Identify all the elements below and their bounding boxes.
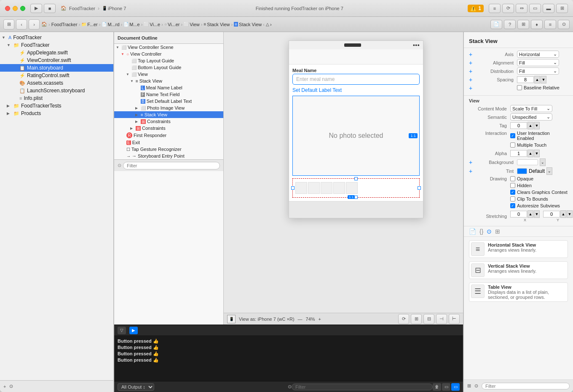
canvas-tool-5[interactable]: ⊢ bbox=[449, 314, 460, 324]
file-item-root[interactable]: ▼ A FoodTracker bbox=[0, 34, 113, 41]
tag-up[interactable]: ▲ bbox=[527, 122, 533, 129]
tint-select[interactable]: ⌄ bbox=[546, 167, 552, 175]
sy-up[interactable]: ▲ bbox=[560, 210, 566, 218]
view-btn-4[interactable]: ▭ bbox=[529, 4, 541, 13]
bc-nav-right[interactable]: › bbox=[270, 22, 272, 27]
view-btn-1[interactable]: ≡ bbox=[489, 4, 501, 13]
bc-view[interactable]: View bbox=[190, 22, 200, 27]
inspector-btn-6[interactable]: ⊙ bbox=[558, 20, 570, 29]
file-item-foodtrackertests[interactable]: ▶ 📁 FoodTrackerTests bbox=[0, 102, 113, 110]
spacing-down[interactable]: ▼ bbox=[541, 76, 546, 83]
outline-first-responder[interactable]: R First Responder bbox=[114, 132, 223, 139]
file-item-products[interactable]: ▶ 📁 Products bbox=[0, 110, 113, 117]
outline-top-layout[interactable]: ⬜ Top Layout Guide bbox=[114, 57, 223, 64]
forward-btn[interactable]: › bbox=[29, 19, 40, 30]
outline-meal-label[interactable]: L Meal Name Label bbox=[114, 84, 223, 91]
outline-view[interactable]: ▼ ⬜ View bbox=[114, 71, 223, 78]
alpha-up[interactable]: ▲ bbox=[527, 150, 533, 157]
axis-select[interactable]: Horizontal ⌄ bbox=[517, 51, 559, 58]
canvas-tool-1[interactable]: ⟳ bbox=[398, 314, 409, 324]
user-interaction-checkbox[interactable]: ✓ bbox=[510, 133, 515, 138]
spacing-value[interactable]: 8 bbox=[517, 76, 534, 83]
view-btn-6[interactable]: ⊞ bbox=[556, 4, 568, 13]
multiple-touch-checkbox[interactable] bbox=[510, 142, 515, 148]
outline-gesture[interactable]: ☐ Tap Gesture Recognizer bbox=[114, 146, 223, 153]
debug-btn-blue[interactable]: ▶ bbox=[129, 327, 138, 334]
axis-plus[interactable]: + bbox=[469, 51, 476, 58]
outline-constraints1[interactable]: ▶ ⊞ Constraints bbox=[114, 118, 223, 125]
baseline-checkbox[interactable] bbox=[517, 85, 522, 90]
zoom-minus[interactable]: — bbox=[298, 317, 303, 322]
alignment-plus[interactable]: + bbox=[469, 59, 476, 66]
semantic-select[interactable]: Unspecified ⌄ bbox=[510, 113, 552, 121]
file-item-infoplist[interactable]: ≡ Info.plist bbox=[0, 94, 113, 102]
photo-area[interactable]: No photo selected 1:1 bbox=[292, 96, 420, 176]
file-item-foodtracker[interactable]: ▼ 📁 FoodTracker bbox=[0, 41, 113, 49]
bc-stack1[interactable]: Stack View bbox=[207, 22, 230, 27]
debug-output-select[interactable]: All Output ↕ bbox=[118, 383, 154, 391]
lib-item-tableview[interactable]: ☰ Table View Displays data in a list of … bbox=[469, 282, 568, 302]
spacing-plus[interactable]: + bbox=[469, 76, 476, 83]
handle-right[interactable] bbox=[418, 186, 421, 190]
star3[interactable] bbox=[321, 182, 332, 194]
tint-swatch[interactable] bbox=[517, 168, 527, 174]
file-item-assets[interactable]: 🎨 Assets.xcassets bbox=[0, 79, 113, 87]
outline-scene[interactable]: ▼ ⬜ View Controller Scene bbox=[114, 44, 223, 51]
lib-item-vstack[interactable]: ⊟ Vertical Stack View Arranges views lin… bbox=[469, 261, 568, 279]
bc-m-e[interactable]: M...e bbox=[129, 22, 139, 27]
canvas-tool-3[interactable]: ⊟ bbox=[423, 314, 434, 324]
star2[interactable] bbox=[308, 182, 320, 194]
tint-plus[interactable]: + bbox=[469, 168, 476, 175]
close-button[interactable] bbox=[5, 6, 10, 11]
bc-stack2[interactable]: Stack View bbox=[239, 22, 262, 27]
handle-top-center[interactable] bbox=[354, 177, 358, 180]
filter-icon[interactable]: ⊙ bbox=[9, 384, 13, 389]
zoom-button[interactable] bbox=[20, 6, 25, 11]
alpha-down[interactable]: ▼ bbox=[534, 150, 540, 157]
tag-value[interactable]: 0 bbox=[510, 122, 527, 129]
bc-m-rd[interactable]: M...rd bbox=[107, 22, 119, 27]
inspector-filter-input[interactable] bbox=[482, 383, 570, 389]
bc-vi-er[interactable]: Vi...er bbox=[168, 22, 180, 27]
outline-stack2[interactable]: ▶ ≡ Stack View bbox=[114, 111, 223, 118]
lib-item-hstack[interactable]: ≡ Horizontal Stack View Arranges views l… bbox=[469, 240, 568, 258]
star4[interactable] bbox=[333, 182, 345, 194]
alignment-select[interactable]: Fill ⌄ bbox=[517, 59, 559, 66]
clears-graphics-checkbox[interactable]: ✓ bbox=[510, 190, 515, 195]
sy-down[interactable]: ▼ bbox=[567, 210, 573, 218]
outline-vc[interactable]: ▼ ○ View Controller bbox=[114, 51, 223, 57]
navigator-btn[interactable]: ⊞ bbox=[3, 19, 14, 30]
outline-exit[interactable]: E Exit bbox=[114, 139, 223, 146]
view-btn-2[interactable]: ⟳ bbox=[502, 4, 514, 13]
debug-filter-input[interactable] bbox=[292, 384, 433, 390]
hidden-checkbox[interactable] bbox=[510, 183, 515, 188]
clip-bounds-checkbox[interactable] bbox=[510, 196, 515, 201]
canvas-device-icon[interactable]: 📱 bbox=[227, 315, 236, 323]
lib-tab-grid[interactable]: ⊞ bbox=[495, 228, 500, 235]
canvas[interactable]: ●●● Meal Name Enter meal name Set Defaul… bbox=[224, 32, 463, 313]
sx-down[interactable]: ▼ bbox=[534, 210, 540, 218]
bg-select[interactable]: ⌄ bbox=[540, 158, 546, 166]
opaque-checkbox[interactable] bbox=[510, 176, 515, 181]
baseline-plus[interactable]: + bbox=[469, 85, 476, 91]
autoresize-checkbox[interactable]: ✓ bbox=[510, 203, 515, 208]
debug-toggle-1[interactable]: ▽ bbox=[118, 327, 126, 334]
dist-plus[interactable]: + bbox=[469, 68, 476, 75]
outline-set-default[interactable]: B Set Default Label Text bbox=[114, 98, 223, 105]
file-item-ratingcontrol[interactable]: ⚡ RatingControl.swift bbox=[0, 72, 113, 79]
outline-stack1[interactable]: ▼ ≡ Stack View bbox=[114, 78, 223, 84]
inspector-btn-3[interactable]: ⊞ bbox=[517, 20, 529, 29]
file-item-viewcontroller[interactable]: ⚡ ViewController.swift bbox=[0, 56, 113, 64]
minimize-button[interactable] bbox=[13, 6, 18, 11]
outline-filter-input[interactable] bbox=[123, 162, 220, 169]
inspector-btn-4[interactable]: ♦ bbox=[531, 20, 543, 29]
bc-f-er[interactable]: F...er bbox=[87, 22, 97, 27]
inspector-btn-1[interactable]: 📄 bbox=[490, 20, 502, 29]
bc-vi-e[interactable]: Vi...e bbox=[150, 22, 160, 27]
bg-swatch[interactable] bbox=[517, 159, 538, 165]
outline-constraints2[interactable]: ▶ ⊞ Constraints bbox=[114, 125, 223, 132]
debug-expand-btn[interactable]: ▭ bbox=[451, 383, 460, 391]
canvas-tool-4[interactable]: ⊣ bbox=[436, 314, 447, 324]
add-icon[interactable]: + bbox=[3, 384, 6, 389]
back-btn[interactable]: ‹ bbox=[16, 19, 27, 30]
